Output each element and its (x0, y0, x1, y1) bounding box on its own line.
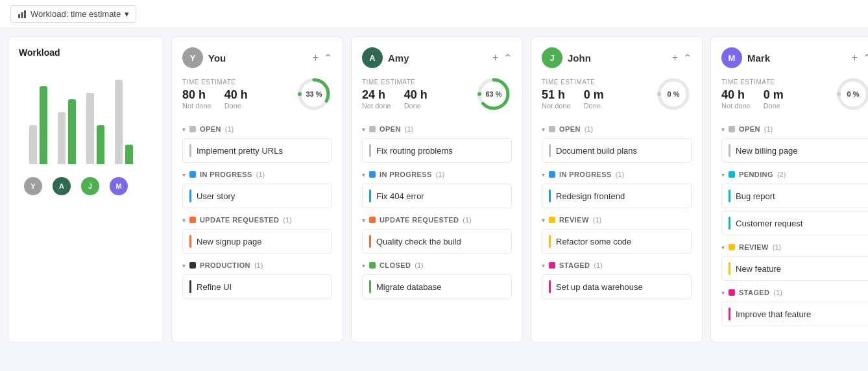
person-name: You (208, 53, 226, 64)
task-card[interactable]: Refactor some code (542, 229, 692, 254)
task-name: User story (197, 191, 235, 201)
task-card[interactable]: Improve that feature (721, 302, 868, 326)
section-label: OPEN (380, 125, 401, 133)
donut-chart: 33 % (296, 76, 332, 112)
section-staged: ▾ STAGED (1) Set up data warehouse (542, 259, 692, 299)
section-header-in_progress[interactable]: ▾ IN PROGRESS (1) (182, 168, 332, 181)
te-not-done-label: Not done (362, 102, 391, 110)
bar-not-done (115, 80, 123, 164)
time-estimate-section: TIME ESTIMATE 51 h Not done 0 m Done (542, 76, 692, 112)
section-header-review[interactable]: ▾ REVIEW (1) (721, 241, 868, 254)
donut-chart: 0 % (655, 76, 692, 112)
te-stats: 80 h Not done 40 h Done (182, 88, 291, 110)
section-header-in_progress[interactable]: ▾ IN PROGRESS (1) (542, 168, 692, 181)
section-count: (1) (405, 125, 413, 133)
task-status-bar (729, 217, 730, 230)
time-estimate-section: TIME ESTIMATE 80 h Not done 40 h Done (182, 76, 332, 112)
task-name: Fix 404 error (376, 191, 424, 201)
task-card[interactable]: Implement pretty URLs (182, 138, 332, 163)
workload-time-estimate-button[interactable]: Workload: time estimate ▾ (10, 5, 136, 23)
section-dot (189, 126, 196, 132)
te-stats: 24 h Not done 40 h Done (362, 88, 470, 110)
section-header-update_requested[interactable]: ▾ UPDATE REQUESTED (1) (362, 213, 512, 226)
dropdown-arrow-icon: ▾ (125, 9, 129, 19)
donut-pct: 0 % (847, 90, 860, 98)
chevron-icon: ▾ (362, 171, 365, 178)
section-header-staged[interactable]: ▾ STAGED (1) (721, 286, 868, 299)
avatar: J (542, 47, 562, 68)
person-header: Y You + ⌃ (182, 47, 332, 68)
header-actions: + ⌃ (852, 52, 868, 64)
section-header-open[interactable]: ▾ OPEN (1) (542, 123, 692, 136)
section-header-in_progress[interactable]: ▾ IN PROGRESS (1) (362, 168, 512, 181)
section-header-pending[interactable]: ▾ PENDING (2) (721, 168, 868, 181)
chevron-icon: ▾ (362, 262, 365, 269)
task-card[interactable]: Redesign frontend (542, 184, 692, 208)
section-open: ▾ OPEN (1) New billing page (721, 123, 868, 163)
section-dot (189, 171, 196, 178)
task-card[interactable]: Set up data warehouse (542, 274, 692, 299)
add-icon[interactable]: + (313, 52, 319, 64)
section-count: (1) (256, 171, 265, 178)
section-header-open[interactable]: ▾ OPEN (1) (362, 123, 512, 136)
section-dot (549, 126, 555, 132)
task-name: Quality check the build (376, 237, 461, 246)
section-dot (189, 217, 196, 223)
svg-point-8 (477, 92, 481, 96)
section-header-closed[interactable]: ▾ CLOSED (1) (362, 259, 512, 272)
chevron-icon: ▾ (721, 171, 725, 178)
add-icon[interactable]: + (492, 52, 498, 64)
section-label: CLOSED (380, 261, 411, 269)
person-name: John (568, 53, 591, 64)
section-dot (369, 171, 376, 178)
section-header-production[interactable]: ▾ PRODUCTION (1) (182, 259, 332, 272)
person-columns: Y You + ⌃ TIME ESTIMATE 80 h Not done 40… (171, 36, 868, 342)
collapse-icon[interactable]: ⌃ (324, 52, 332, 64)
add-icon[interactable]: + (852, 52, 858, 64)
task-card[interactable]: New feature (721, 256, 868, 281)
task-card[interactable]: Bug report (721, 184, 868, 208)
task-card[interactable]: New signup page (182, 229, 332, 254)
section-label: PENDING (739, 171, 773, 178)
person-info: Y You (182, 47, 226, 68)
task-status-bar (549, 144, 551, 157)
task-card[interactable]: User story (182, 184, 332, 208)
section-count: (2) (777, 171, 786, 178)
task-card[interactable]: Quality check the build (362, 229, 512, 254)
te-done-value: 40 h (224, 88, 248, 102)
collapse-icon[interactable]: ⌃ (683, 52, 692, 64)
te-not-done: 80 h Not done (182, 88, 211, 110)
task-card[interactable]: Refine UI (182, 274, 332, 299)
te-not-done-value: 51 h (542, 88, 571, 102)
section-header-update_requested[interactable]: ▾ UPDATE REQUESTED (1) (182, 213, 332, 226)
task-name: Bug report (736, 191, 775, 201)
person-name: Mark (747, 53, 770, 64)
section-label: UPDATE REQUESTED (380, 216, 459, 224)
task-card[interactable]: Customer request (721, 211, 868, 235)
te-not-done-label: Not done (721, 102, 751, 110)
task-status-bar (189, 280, 191, 293)
section-dot (549, 262, 555, 269)
collapse-icon[interactable]: ⌃ (503, 52, 512, 64)
section-header-review[interactable]: ▾ REVIEW (1) (542, 213, 692, 226)
column-mark: M Mark + ⌃ TIME ESTIMATE 40 h Not done 0… (710, 36, 868, 342)
section-header-open[interactable]: ▾ OPEN (1) (721, 123, 868, 136)
add-icon[interactable]: + (672, 52, 678, 64)
task-status-bar (369, 235, 371, 248)
chevron-icon: ▾ (362, 217, 365, 224)
section-label: STAGED (739, 289, 769, 296)
task-card[interactable]: New billing page (721, 138, 868, 163)
task-card[interactable]: Document build plans (542, 138, 692, 163)
te-label: TIME ESTIMATE (182, 78, 291, 86)
section-header-open[interactable]: ▾ OPEN (1) (182, 123, 332, 136)
section-count: (1) (585, 125, 593, 133)
person-info: M Mark (721, 47, 770, 68)
task-card[interactable]: Migrate database (362, 274, 512, 299)
task-card[interactable]: Fix 404 error (362, 184, 512, 208)
section-header-staged[interactable]: ▾ STAGED (1) (542, 259, 692, 272)
task-card[interactable]: Fix routing problems (362, 138, 512, 163)
collapse-icon[interactable]: ⌃ (863, 52, 868, 64)
bar-group (58, 73, 76, 164)
chevron-icon: ▾ (542, 217, 545, 224)
bar-done (97, 125, 104, 164)
